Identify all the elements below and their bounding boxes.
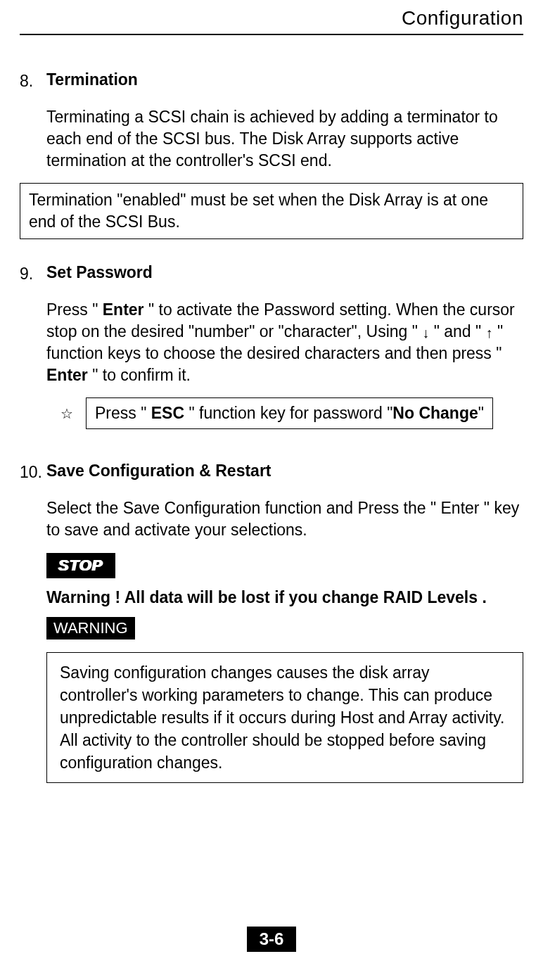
enter-key-label: Enter: [103, 300, 144, 319]
esc-note-box: Press " ESC " function key for password …: [86, 397, 493, 429]
star-icon: ☆: [60, 405, 73, 422]
save-config-paragraph: Select the Save Configuration function a…: [46, 497, 523, 541]
section-9: 9. Set Password Press " Enter " to activ…: [20, 263, 523, 429]
down-arrow-icon: ↓: [422, 324, 429, 343]
page-number: 3-6: [247, 927, 297, 952]
section-title-set-password: Set Password: [46, 263, 523, 282]
page-content: 8. Termination Terminating a SCSI chain …: [0, 35, 543, 783]
text-fragment: ": [478, 404, 484, 422]
text-fragment: " and ": [429, 322, 485, 341]
esc-key-label: ESC: [151, 404, 184, 422]
page-footer: 3-6: [0, 927, 543, 952]
termination-note-box: Termination "enabled" must be set when t…: [20, 183, 523, 239]
stop-label: STOP: [58, 556, 103, 574]
set-password-paragraph: Press " Enter " to activate the Password…: [46, 299, 523, 386]
section-title-save-config: Save Configuration & Restart: [46, 462, 523, 481]
up-arrow-icon: ↑: [486, 324, 493, 343]
text-fragment: " to confirm it.: [88, 366, 191, 384]
warning-box: Saving configuration changes causes the …: [46, 652, 523, 784]
section-number: 10.: [20, 462, 46, 497]
password-note-row: ☆ Press " ESC " function key for passwor…: [60, 397, 523, 429]
termination-paragraph: Terminating a SCSI chain is achieved by …: [46, 106, 523, 172]
section-number: 8.: [20, 70, 46, 183]
warning-badge: WARNING: [46, 617, 135, 639]
no-change-label: No Change: [392, 404, 478, 422]
text-fragment: Press ": [46, 300, 103, 319]
text-fragment: " function key for password ": [184, 404, 392, 422]
section-number: 9.: [20, 263, 46, 429]
section-10: 10. Save Configuration & Restart Select …: [20, 462, 523, 783]
text-fragment: Press ": [95, 404, 151, 422]
page-header: Configuration: [0, 0, 543, 30]
section-title-termination: Termination: [46, 70, 523, 89]
stop-badge: STOP: [46, 553, 115, 578]
data-loss-warning: Warning ! All data will be lost if you c…: [46, 588, 523, 607]
enter-key-label: Enter: [46, 366, 88, 384]
section-8: 8. Termination Terminating a SCSI chain …: [20, 70, 523, 239]
header-title: Configuration: [402, 7, 523, 29]
